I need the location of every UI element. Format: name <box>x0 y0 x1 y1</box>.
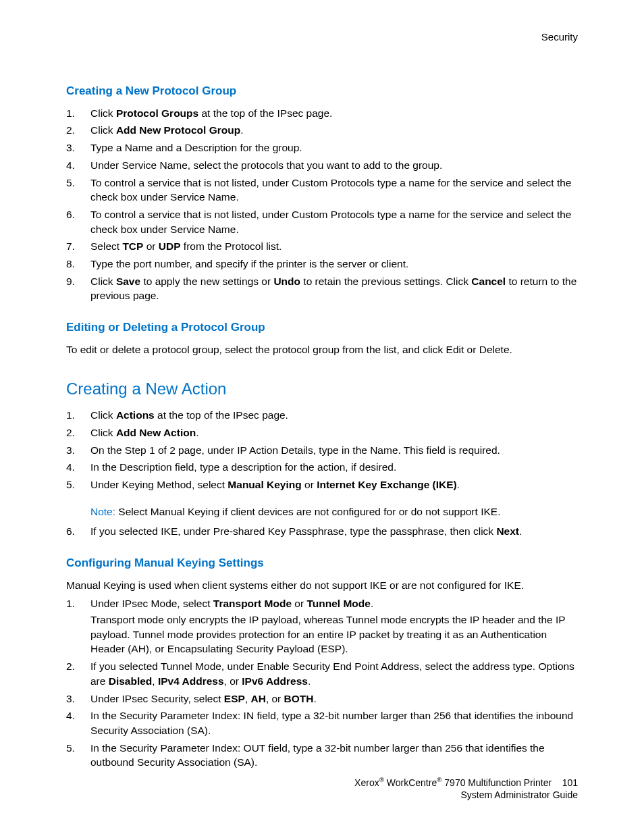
list-item-number: 5. <box>66 176 90 205</box>
list-item: 4.In the Description field, type a descr… <box>66 460 578 475</box>
list-item-number: 4. <box>66 460 90 475</box>
list-item-number: 2. <box>66 123 90 138</box>
para-editing-protocol-group: To edit or delete a protocol group, sele… <box>66 342 578 357</box>
list-item: 2.Click Add New Protocol Group. <box>66 123 578 138</box>
list-item-number: 5. <box>66 477 90 492</box>
list-item: 3.Type a Name and a Description for the … <box>66 140 578 155</box>
list-item-text: If you selected Tunnel Mode, under Enabl… <box>90 659 578 688</box>
list-item-text: In the Security Parameter Index: OUT fie… <box>90 741 578 770</box>
page-footer: Xerox® WorkCentre® 7970 Multifunction Pr… <box>66 775 578 802</box>
footer-product: 7970 Multifunction Printer <box>441 777 552 787</box>
list-item: 1.Click Actions at the top of the IPsec … <box>66 408 578 423</box>
note-label: Note: <box>90 506 115 517</box>
list-creating-protocol-group: 1.Click Protocol Groups at the top of th… <box>66 106 578 303</box>
heading-configuring-manual-keying: Configuring Manual Keying Settings <box>66 555 578 571</box>
list-item-number: 3. <box>66 140 90 155</box>
list-item-number: 9. <box>66 274 90 303</box>
list-item: 6.If you selected IKE, under Pre-shared … <box>66 524 578 539</box>
list-item: 3.Under IPsec Security, select ESP, AH, … <box>66 692 578 706</box>
list-item-number: 6. <box>66 207 90 236</box>
page-number: 101 <box>562 777 578 787</box>
list-creating-new-action-b: 6.If you selected IKE, under Pre-shared … <box>66 524 578 539</box>
list-item: 4.In the Security Parameter Index: IN fi… <box>66 708 578 737</box>
para-configuring-manual-keying: Manual Keying is used when client system… <box>66 578 578 593</box>
list-item-text: Type the port number, and specify if the… <box>90 257 578 271</box>
list-item-text: On the Step 1 of 2 page, under IP Action… <box>90 443 578 458</box>
list-item-text: Select TCP or UDP from the Protocol list… <box>90 239 578 254</box>
list-item-text: In the Security Parameter Index: IN fiel… <box>90 708 578 737</box>
list-item-number: 2. <box>66 659 90 688</box>
list-item-text: Click Protocol Groups at the top of the … <box>90 106 578 121</box>
list-item-text: Type a Name and a Description for the gr… <box>90 140 578 155</box>
list-item-text: To control a service that is not listed,… <box>90 176 578 205</box>
list-item-text: Under Keying Method, select Manual Keyin… <box>90 477 578 492</box>
list-item-text: To control a service that is not listed,… <box>90 207 578 236</box>
list-item-text: Under IPsec Mode, select Transport Mode … <box>90 596 578 656</box>
footer-brand-a: Xerox <box>354 777 379 787</box>
list-item-number: 1. <box>66 596 90 656</box>
list-item-text: Click Add New Action. <box>90 425 578 440</box>
list-item: 8.Type the port number, and specify if t… <box>66 257 578 271</box>
document-page: Security Creating a New Protocol Group 1… <box>0 0 644 834</box>
list-item-number: 1. <box>66 408 90 423</box>
list-item: 2.If you selected Tunnel Mode, under Ena… <box>66 659 578 688</box>
list-item: 4.Under Service Name, select the protoco… <box>66 158 578 173</box>
list-creating-new-action-a: 1.Click Actions at the top of the IPsec … <box>66 408 578 492</box>
list-item-number: 6. <box>66 524 90 539</box>
list-item-number: 2. <box>66 425 90 440</box>
list-item: 9.Click Save to apply the new settings o… <box>66 274 578 303</box>
list-item-number: 4. <box>66 708 90 737</box>
list-item-number: 5. <box>66 741 90 770</box>
list-item-number: 4. <box>66 158 90 173</box>
heading-creating-protocol-group: Creating a New Protocol Group <box>66 83 578 99</box>
list-item-text: In the Description field, type a descrip… <box>90 460 578 475</box>
heading-creating-new-action: Creating a New Action <box>66 377 578 400</box>
list-item: 6.To control a service that is not liste… <box>66 207 578 236</box>
list-item: 7.Select TCP or UDP from the Protocol li… <box>66 239 578 254</box>
footer-subtitle: System Administrator Guide <box>66 789 578 802</box>
list-item-text: Click Add New Protocol Group. <box>90 123 578 138</box>
note-manual-keying: Note: Select Manual Keying if client dev… <box>90 504 578 519</box>
note-text: Select Manual Keying if client devices a… <box>115 506 500 517</box>
footer-brand-b: WorkCentre <box>384 777 437 787</box>
list-item-number: 7. <box>66 239 90 254</box>
list-item-number: 8. <box>66 257 90 271</box>
list-item-number: 3. <box>66 692 90 706</box>
list-item-text: Under IPsec Security, select ESP, AH, or… <box>90 692 578 706</box>
header-section-label: Security <box>66 30 578 44</box>
list-item-number: 1. <box>66 106 90 121</box>
list-item-number: 3. <box>66 443 90 458</box>
list-item-text: Click Save to apply the new settings or … <box>90 274 578 303</box>
list-item-text: Under Service Name, select the protocols… <box>90 158 578 173</box>
list-item-text: Click Actions at the top of the IPsec pa… <box>90 408 578 423</box>
list-item-subtext: Transport mode only encrypts the IP payl… <box>90 613 578 656</box>
list-item: 3.On the Step 1 of 2 page, under IP Acti… <box>66 443 578 458</box>
list-item: 2.Click Add New Action. <box>66 425 578 440</box>
list-item: 5.In the Security Parameter Index: OUT f… <box>66 741 578 770</box>
list-item: 1.Under IPsec Mode, select Transport Mod… <box>66 596 578 656</box>
reg-mark-icon: ® <box>379 776 384 783</box>
list-item: 5.To control a service that is not liste… <box>66 176 578 205</box>
heading-editing-protocol-group: Editing or Deleting a Protocol Group <box>66 319 578 336</box>
list-item: 5.Under Keying Method, select Manual Key… <box>66 477 578 492</box>
list-item: 1.Click Protocol Groups at the top of th… <box>66 106 578 121</box>
list-configuring-manual-keying: 1.Under IPsec Mode, select Transport Mod… <box>66 596 578 770</box>
list-item-text: If you selected IKE, under Pre-shared Ke… <box>90 524 578 539</box>
